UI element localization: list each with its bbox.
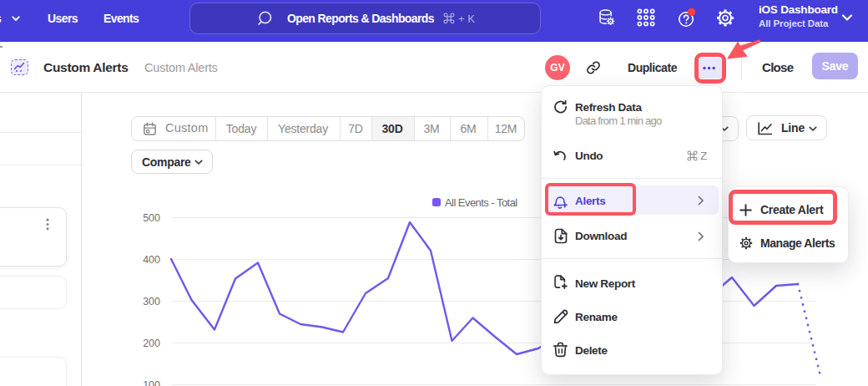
svg-text:200: 200 <box>143 338 160 349</box>
svg-text:400: 400 <box>143 254 160 266</box>
svg-text:500: 500 <box>143 212 160 224</box>
svg-text:300: 300 <box>143 296 160 307</box>
svg-text:100: 100 <box>143 379 160 386</box>
svg-text:All Events - Total: All Events - Total <box>445 196 517 209</box>
